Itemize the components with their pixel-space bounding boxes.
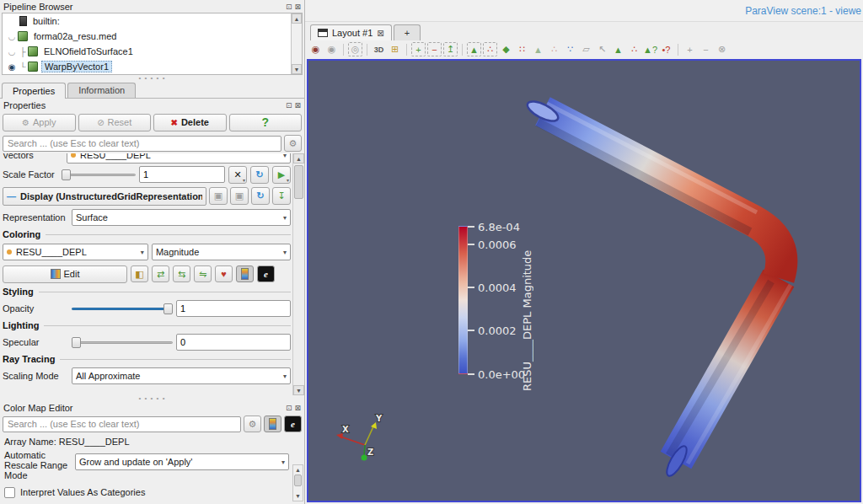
search-options-gear-icon[interactable]: ⚙ <box>244 416 261 432</box>
select-block-button[interactable]: ▱ <box>579 42 593 56</box>
vectors-combobox[interactable]: RESU____DEPL ▾ <box>67 153 291 164</box>
close-panel-icon[interactable]: ⊠ <box>294 404 301 412</box>
edit-color-map-button[interactable]: e <box>284 416 302 432</box>
select-cells-query-button[interactable]: ▲? <box>643 42 657 56</box>
help-button[interactable]: ? <box>229 114 303 131</box>
select-points-on-button[interactable]: ∴ <box>483 42 497 56</box>
selection-toggle-button[interactable]: ↥ <box>443 42 458 56</box>
pipeline-item-label[interactable]: forma02a_resu.med <box>31 31 119 41</box>
visibility-eye-icon[interactable]: ◡ <box>6 47 18 56</box>
specular-input[interactable] <box>176 334 291 351</box>
pipeline-item-label[interactable]: ELNOfieldToSurface1 <box>41 46 136 56</box>
scroll-up-icon[interactable]: ▲ <box>295 465 301 475</box>
select-points-through-button[interactable]: ∷ <box>515 42 529 56</box>
rescale-data-range-button[interactable]: ⇄ <box>152 265 169 282</box>
slider-handle[interactable] <box>72 337 81 348</box>
tree-row-source[interactable]: ◡ forma02a_resu.med <box>3 29 302 44</box>
coloring-component-combobox[interactable]: Magnitude ▾ <box>152 244 291 260</box>
rescale-custom-button[interactable]: ⇋ <box>194 265 212 282</box>
float-panel-icon[interactable]: ⊡ <box>286 404 292 412</box>
delete-button[interactable]: ✖ Delete <box>153 114 227 131</box>
pipeline-item-label[interactable]: WarpByVector1 <box>41 61 112 72</box>
edit-color-map-button[interactable]: e <box>257 265 275 282</box>
save-defaults-button[interactable]: ↧ <box>272 187 291 205</box>
scroll-down-icon[interactable]: ▼ <box>292 64 302 74</box>
opacity-slider[interactable] <box>72 303 173 314</box>
interactive-select-points-button[interactable]: ∴ <box>547 42 561 56</box>
scaling-mode-combobox[interactable]: All Approximate ▾ <box>72 367 291 384</box>
edit-colormap-button[interactable]: Edit <box>3 265 127 283</box>
slider-handle[interactable] <box>62 169 71 180</box>
query-select-points-button[interactable]: ∴ <box>627 42 641 56</box>
zoom-to-box-button[interactable]: ⊞ <box>388 42 402 56</box>
copy-display-button[interactable]: ▣ <box>209 187 228 205</box>
grow-selection-button[interactable]: + <box>683 42 697 56</box>
tab-layout-1[interactable]: Layout #1 ⊠ <box>310 24 392 40</box>
tab-close-icon[interactable]: ⊠ <box>377 29 383 38</box>
visibility-eye-icon[interactable]: ◉ <box>6 62 18 72</box>
selection-subtract-button[interactable]: − <box>427 42 442 56</box>
select-cells-on-button[interactable]: ▲ <box>467 42 481 56</box>
scroll-down-icon[interactable]: ▼ <box>295 491 301 501</box>
cme-search-input[interactable] <box>3 416 241 432</box>
tab-information[interactable]: Information <box>67 83 136 98</box>
interactive-select-cells-button[interactable]: ▲ <box>531 42 545 56</box>
search-options-gear-icon[interactable]: ⚙ <box>284 135 302 152</box>
scrollbar-thumb[interactable] <box>294 475 302 486</box>
toggle-2d3d-button[interactable]: 3D <box>372 42 386 56</box>
animate-button[interactable]: ▶ ▾ <box>272 166 291 184</box>
scroll-down-icon[interactable]: ▼ <box>293 385 304 395</box>
dock-splitter[interactable]: • • • • • <box>0 75 304 81</box>
properties-search-input[interactable] <box>3 136 281 152</box>
opacity-input[interactable] <box>176 300 291 317</box>
scale-factor-slider[interactable] <box>62 169 136 180</box>
tree-row-filter1[interactable]: ◡ ├ ELNOfieldToSurface1 <box>3 44 302 59</box>
interpret-categories-checkbox[interactable] <box>4 487 15 498</box>
close-panel-icon[interactable]: ⊠ <box>294 3 301 11</box>
scroll-up-icon[interactable]: ▲ <box>293 153 304 164</box>
select-points-query-button[interactable]: •? <box>659 42 673 56</box>
display-section-toggle[interactable]: — Display (UnstructuredGridRepresentatio… <box>3 187 206 206</box>
cme-scrollbar[interactable]: ▲ ▼ <box>292 464 303 501</box>
reset-display-button[interactable]: ↻ <box>251 187 270 205</box>
tree-row-builtin[interactable]: builtin: <box>3 13 302 29</box>
reset-camera-closest-button[interactable]: ◉ <box>324 42 339 56</box>
dock-splitter[interactable]: • • • • • <box>0 395 304 401</box>
reset-range-button[interactable]: ↻ <box>250 166 269 184</box>
float-panel-icon[interactable]: ⊡ <box>286 101 292 110</box>
tab-properties[interactable]: Properties <box>2 83 66 99</box>
solid-color-button[interactable]: ◧ <box>131 265 148 282</box>
show-color-legend-toggle[interactable] <box>264 416 281 432</box>
reset-button[interactable]: ⊘ Reset <box>78 114 152 131</box>
reset-camera-button[interactable]: ◉ <box>308 42 323 56</box>
scale-factor-input[interactable] <box>139 166 225 183</box>
render-view-canvas[interactable]: X Y Z 6.8e-04 0.0006 0.0004 0.0002 0.0e+… <box>307 59 861 502</box>
rescale-mode-combobox[interactable]: Grow and update on 'Apply' ▾ <box>75 453 289 470</box>
zoom-to-data-button[interactable]: ◎ <box>348 42 362 56</box>
hover-points-button[interactable]: ∵ <box>563 42 577 56</box>
selection-add-button[interactable]: + <box>411 42 426 56</box>
paste-display-button[interactable]: ▣ <box>230 187 249 205</box>
color-legend[interactable]: 6.8e-04 0.0006 0.0004 0.0002 0.0e+00 RES… <box>458 223 560 391</box>
choose-preset-button[interactable]: ♥ <box>215 265 233 282</box>
clear-selection-button[interactable]: ⊗ <box>715 42 729 56</box>
clear-scale-button[interactable]: ✕ ▾ <box>228 166 247 184</box>
pipeline-item-label[interactable]: builtin: <box>30 16 62 26</box>
representation-combobox[interactable]: Surface ▾ <box>72 209 291 226</box>
rescale-over-time-button[interactable]: ⇆ <box>173 265 190 282</box>
slider-handle[interactable] <box>163 303 173 314</box>
shrink-selection-button[interactable]: − <box>699 42 713 56</box>
scroll-up-icon[interactable]: ▲ <box>292 13 302 24</box>
query-select-cells-button[interactable]: ▲ <box>611 42 625 56</box>
close-panel-icon[interactable]: ⊠ <box>294 101 301 110</box>
show-color-legend-toggle[interactable] <box>236 265 254 282</box>
specular-slider[interactable] <box>72 336 173 348</box>
pipeline-tree-scrollbar[interactable]: ▲ ▼ <box>291 13 302 74</box>
tree-row-filter2-selected[interactable]: ◉ └ WarpByVector1 <box>3 59 302 74</box>
coloring-array-combobox[interactable]: RESU____DEPL ▾ <box>3 244 148 260</box>
apply-button[interactable]: ⚙ Apply <box>3 114 76 131</box>
float-panel-icon[interactable]: ⊡ <box>286 3 292 11</box>
properties-scrollbar[interactable]: ▲ ▼ <box>292 153 304 395</box>
new-layout-tab-button[interactable]: + <box>394 24 421 40</box>
pick-point-button[interactable]: ↖ <box>595 42 609 56</box>
